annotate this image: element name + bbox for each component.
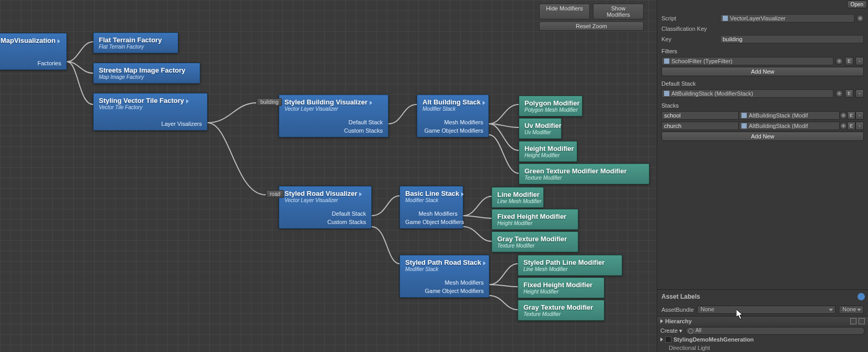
port-label-building: building	[257, 98, 282, 106]
node-flat-terrain-factory[interactable]: Flat Terrain Factory Flat Terrain Factor…	[93, 32, 178, 53]
assetbundle-variant-dropdown[interactable]: None	[839, 306, 864, 314]
scene-row[interactable]: StylingDemoMeshGeneration	[657, 335, 868, 344]
add-new-stack-button[interactable]: Add New	[661, 132, 864, 141]
edit-button[interactable]: E	[847, 111, 855, 120]
filter-field-0[interactable]: SchoolFilter (TypeFilter)	[661, 57, 833, 65]
object-picker-icon[interactable]	[840, 122, 847, 130]
node-subtitle: Height Modifier	[523, 289, 599, 295]
port-label-road: road	[266, 190, 284, 198]
node-title: Flat Terrain Factory	[99, 36, 173, 44]
node-fixed-height-modifier-1[interactable]: Fixed Height Modifier Height Modifier	[492, 209, 578, 230]
node-output-custom-stacks[interactable]: Custom Stacks	[284, 219, 366, 225]
hierarchy-search-input[interactable]: All	[686, 327, 865, 335]
assetbundle-name-dropdown[interactable]: None	[697, 306, 836, 314]
node-subtitle: Line Mesh Modifier	[523, 266, 616, 272]
node-height-modifier[interactable]: Height Modifier Height Modifier	[519, 141, 577, 162]
node-gray-texture-modifier-1[interactable]: Gray Texture Modifier Texture Modifier	[492, 231, 578, 252]
node-map-visualization[interactable]: MapVisualization Factories	[0, 33, 67, 70]
stack-field-1[interactable]: AltBuildingStack (Modif	[739, 122, 840, 130]
node-title: Uv Modifier	[524, 122, 556, 130]
node-output-layer-visualizers[interactable]: Layer Visalizers	[99, 121, 202, 127]
chevron-right-icon	[359, 192, 362, 196]
hide-modifiers-button[interactable]: Hide Modifiers	[539, 4, 590, 19]
object-picker-icon[interactable]	[840, 112, 847, 119]
edit-button[interactable]: E	[845, 57, 853, 65]
filters-heading: Filters	[661, 48, 864, 54]
edit-button[interactable]: E	[847, 122, 855, 130]
scene-name: StylingDemoMeshGeneration	[673, 336, 753, 343]
node-output-custom-stacks[interactable]: Custom Stacks	[284, 127, 383, 134]
node-output-default-stack[interactable]: Default Stack	[284, 210, 366, 217]
node-alt-building-stack[interactable]: Alt Building Stack Modifier Stack Mesh M…	[417, 95, 489, 137]
object-picker-icon[interactable]	[836, 57, 843, 65]
node-basic-line-stack[interactable]: Basic Line Stack Modifier Stack Mesh Mod…	[399, 186, 463, 229]
node-subtitle: Height Modifier	[497, 220, 573, 226]
create-dropdown[interactable]: Create ▾	[660, 327, 682, 334]
stack-field-0[interactable]: AltBuildingStack (Modif	[739, 111, 840, 120]
object-picker-icon[interactable]	[836, 90, 843, 97]
hierarchy-tab[interactable]: Hierarchy	[657, 316, 868, 326]
node-uv-modifier[interactable]: Uv Modifier Uv Modifier	[519, 118, 562, 139]
default-stack-heading: Default Stack	[661, 80, 864, 87]
node-styled-path-line-modifier[interactable]: Styled Path Line Modifier Line Mesh Modi…	[518, 255, 622, 276]
script-field[interactable]: VectorLayerVisualizer	[720, 14, 854, 22]
default-stack-field[interactable]: AltBuildingStack (ModifierStack)	[661, 89, 833, 98]
asset-labels-section: Asset Labels	[657, 289, 868, 303]
remove-button[interactable]: -	[855, 122, 864, 130]
key-label: Key	[661, 36, 720, 42]
remove-button[interactable]: -	[855, 111, 864, 120]
node-styled-building-visualizer[interactable]: Styled Building Visualizer Vector Layer …	[279, 95, 389, 137]
classification-key-label: Classification Key	[661, 26, 720, 32]
chevron-right-icon	[58, 39, 60, 43]
node-title: Alt Building Stack	[422, 98, 481, 106]
node-title: Styling Vector Tile Factory	[99, 97, 184, 104]
node-styling-vector-tile-factory[interactable]: Styling Vector Tile Factory Vector Tile …	[93, 93, 208, 131]
node-output-gameobject-modifiers[interactable]: Game Object Modifiers	[422, 127, 483, 134]
asset-icon	[664, 58, 669, 64]
script-icon	[723, 16, 728, 21]
chevron-right-icon	[461, 192, 464, 196]
stack-key-input-0[interactable]	[661, 111, 739, 120]
node-output-gameobject-modifiers[interactable]: Game Object Modifiers	[405, 219, 458, 225]
lock-icon[interactable]	[850, 318, 856, 324]
remove-button[interactable]: -	[855, 89, 864, 98]
hierarchy-panel: Hierarchy Create ▾ All StylingDemoMeshGe…	[657, 316, 868, 352]
open-button[interactable]: Open	[847, 1, 867, 8]
script-value: VectorLayerVisualizer	[730, 15, 785, 21]
reset-zoom-button[interactable]: Reset Zoom	[539, 21, 644, 31]
node-subtitle: Modifier Stack	[405, 266, 484, 272]
remove-button[interactable]: -	[855, 57, 864, 65]
node-output-default-stack[interactable]: Default Stack	[284, 119, 383, 125]
stack-key-input-1[interactable]	[661, 122, 739, 130]
node-output-mesh-modifiers[interactable]: Mesh Modifiers	[422, 119, 483, 125]
node-output-factories[interactable]: Factories	[1, 60, 61, 66]
node-styled-road-visualizer[interactable]: Styled Road Visualizer Vector Layer Visu…	[279, 186, 372, 229]
node-output-mesh-modifiers[interactable]: Mesh Modifiers	[405, 279, 484, 286]
add-new-filter-button[interactable]: Add New	[661, 67, 864, 76]
node-output-mesh-modifiers[interactable]: Mesh Modifiers	[405, 210, 458, 217]
node-subtitle: Polygon Mesh Modifier	[524, 107, 577, 113]
node-green-texture-modifier[interactable]: Green Texture Modifier Modifier Texture …	[519, 163, 649, 184]
node-line-modifier[interactable]: Line Modifier Line Mesh Modifier	[492, 187, 544, 208]
chevron-right-icon	[370, 101, 372, 105]
node-gray-texture-modifier-2[interactable]: Gray Texture Modifier Texture Modifier	[518, 300, 604, 321]
node-graph-canvas[interactable]: Hide Modifiers Show Modifiers Reset Zoom	[0, 0, 657, 352]
node-subtitle: Uv Modifier	[524, 130, 556, 135]
node-streets-map-image-factory[interactable]: Streets Map Image Factory Map Image Fact…	[93, 63, 200, 84]
key-input[interactable]	[720, 35, 864, 43]
panel-options-icon[interactable]	[859, 318, 865, 324]
node-output-gameobject-modifiers[interactable]: Game Object Modifiers	[405, 288, 484, 294]
node-title: Gray Texture Modifier	[497, 235, 573, 243]
hierarchy-item[interactable]: Directional Light	[657, 344, 868, 352]
object-picker-icon[interactable]	[856, 15, 864, 22]
node-polygon-modifier[interactable]: Polygon Modifier Polygon Mesh Modifier	[519, 96, 583, 116]
assetbundle-label: AssetBundle	[661, 307, 694, 313]
edit-button[interactable]: E	[845, 89, 853, 98]
default-stack-value: AltBuildingStack (ModifierStack)	[671, 90, 753, 97]
show-modifiers-button[interactable]: Show Modifiers	[593, 4, 644, 19]
node-styled-path-road-stack[interactable]: Styled Path Road Stack Modifier Stack Me…	[399, 255, 489, 298]
chevron-right-icon	[483, 261, 486, 265]
tag-icon[interactable]	[858, 293, 865, 300]
node-subtitle: Flat Terrain Factory	[99, 44, 173, 50]
node-fixed-height-modifier-2[interactable]: Fixed Height Modifier Height Modifier	[518, 277, 604, 298]
